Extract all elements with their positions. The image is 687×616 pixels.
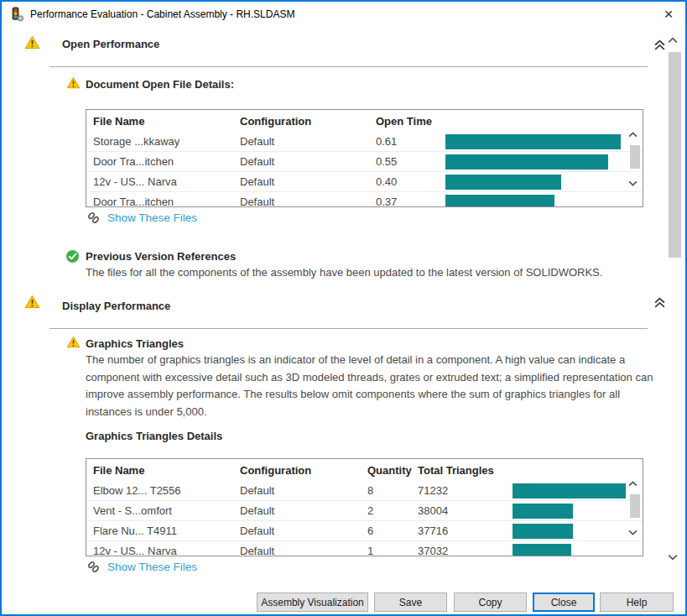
- col-total-triangles: Total Triangles: [418, 464, 494, 477]
- cell-config: Default: [240, 484, 274, 497]
- table-header-row: File Name Configuration Open Time: [86, 110, 643, 132]
- table-scrollbar[interactable]: [628, 481, 642, 541]
- cell-config: Default: [240, 525, 274, 537]
- table-row[interactable]: Door Tra...itchenDefault0.37: [86, 192, 643, 207]
- display-performance-heading: Display Performance: [62, 300, 170, 312]
- cell-file: Elbow 12... T2556: [93, 484, 181, 497]
- value-bar: [513, 524, 573, 539]
- performance-evaluation-icon: [9, 7, 24, 22]
- cell-file: 12v - US... Narva: [93, 175, 177, 188]
- scroll-up-icon[interactable]: [628, 481, 642, 493]
- value-bar: [513, 504, 573, 519]
- open-performance-heading: Open Performance: [62, 38, 159, 50]
- value-bar: [445, 154, 608, 170]
- graphics-triangles-heading: Graphics Triangles: [86, 337, 184, 350]
- link-icon: [87, 561, 100, 573]
- table-header-row: File Name Configuration Quantity Total T…: [86, 459, 643, 481]
- scroll-up-icon[interactable]: [628, 132, 642, 144]
- doc-open-details-heading: Document Open File Details:: [86, 78, 234, 91]
- warning-icon: [24, 35, 40, 50]
- previous-version-heading: Previous Version References: [86, 250, 236, 263]
- table-row[interactable]: Elbow 12... T2556Default871232: [86, 481, 643, 501]
- value-bar: [445, 175, 561, 190]
- graphics-triangles-description: The number of graphics triangles is an i…: [86, 352, 654, 420]
- graphics-triangles-details-heading: Graphics Triangles Details: [86, 430, 222, 442]
- col-quantity: Quantity: [367, 464, 412, 477]
- close-icon[interactable]: ×: [658, 4, 679, 24]
- cell-total: 37716: [418, 525, 448, 537]
- scroll-down-icon[interactable]: [628, 180, 642, 192]
- value-bar: [513, 483, 626, 499]
- value-bar: [513, 544, 571, 556]
- section-divider: [49, 66, 648, 67]
- col-file-name: File Name: [93, 464, 144, 477]
- cell-total: 71232: [418, 484, 448, 497]
- scrollbar-thumb[interactable]: [669, 52, 681, 258]
- collapse-section-icon[interactable]: [653, 39, 666, 51]
- cell-file: 12v - US... Narva: [93, 545, 177, 556]
- cell-config: Default: [240, 504, 274, 517]
- col-open-time: Open Time: [376, 115, 432, 128]
- cell-time: 0.37: [376, 196, 397, 207]
- cell-config: Default: [240, 155, 274, 168]
- triangles-table: File Name Configuration Quantity Total T…: [86, 458, 643, 556]
- value-bar: [445, 134, 621, 149]
- cell-time: 0.40: [376, 175, 397, 188]
- table-row[interactable]: Vent - S...omfortDefault238004: [86, 501, 643, 521]
- value-bar: [445, 195, 554, 207]
- cell-file: Vent - S...omfort: [93, 504, 172, 517]
- col-file-name: File Name: [93, 115, 144, 128]
- open-time-table: File Name Configuration Open Time Storag…: [86, 109, 643, 207]
- scrollbar-thumb[interactable]: [630, 145, 640, 169]
- cell-file: Door Tra...itchen: [93, 196, 174, 207]
- table-row[interactable]: 12v - US... NarvaDefault0.40: [86, 172, 643, 192]
- close-button[interactable]: Close: [533, 593, 595, 612]
- help-button[interactable]: Help: [600, 593, 674, 612]
- success-check-icon: [65, 249, 80, 264]
- collapse-section-icon[interactable]: [653, 296, 666, 309]
- table-scrollbar[interactable]: [628, 132, 642, 192]
- scroll-up-icon[interactable]: [668, 37, 681, 50]
- cell-qty: 6: [367, 525, 373, 537]
- show-these-files-label[interactable]: Show These Files: [107, 561, 197, 573]
- show-these-files-link[interactable]: Show These Files: [87, 561, 197, 573]
- show-these-files-label[interactable]: Show These Files: [107, 211, 197, 224]
- cell-qty: 8: [367, 484, 373, 497]
- title-bar: Performance Evaluation - Cabinet Assembl…: [2, 2, 685, 27]
- table-body: Storage ...kkawayDefault0.61Door Tra...i…: [86, 132, 643, 207]
- col-configuration: Configuration: [240, 115, 311, 128]
- warning-icon: [66, 76, 81, 89]
- cell-time: 0.55: [376, 155, 397, 168]
- table-row[interactable]: Flare Nu... T4911Default637716: [86, 521, 643, 541]
- cell-file: Storage ...kkaway: [93, 135, 180, 148]
- cell-qty: 2: [367, 504, 373, 517]
- cell-config: Default: [240, 196, 274, 207]
- save-button[interactable]: Save: [374, 593, 447, 612]
- cell-time: 0.61: [376, 135, 397, 148]
- cell-file: Door Tra...itchen: [93, 155, 174, 168]
- table-row[interactable]: Door Tra...itchenDefault0.55: [86, 152, 643, 172]
- cell-config: Default: [240, 175, 274, 188]
- link-icon: [87, 211, 100, 224]
- show-these-files-link[interactable]: Show These Files: [87, 211, 197, 224]
- cell-total: 38004: [418, 504, 448, 517]
- table-row[interactable]: Storage ...kkawayDefault0.61: [86, 132, 643, 152]
- previous-version-text: The files for all the components of the …: [86, 264, 664, 282]
- cell-config: Default: [240, 545, 274, 556]
- scrollbar-thumb[interactable]: [630, 494, 640, 518]
- cell-config: Default: [240, 135, 274, 148]
- table-row[interactable]: 12v - US... NarvaDefault137032: [86, 541, 643, 556]
- assembly-visualization-button[interactable]: Assembly Visualization: [257, 593, 368, 612]
- performance-evaluation-dialog: Performance Evaluation - Cabinet Assembl…: [0, 0, 687, 616]
- copy-button[interactable]: Copy: [454, 593, 527, 612]
- section-divider: [49, 328, 648, 329]
- warning-icon: [24, 295, 40, 309]
- col-configuration: Configuration: [240, 464, 311, 477]
- table-body: Elbow 12... T2556Default871232Vent - S..…: [86, 481, 643, 556]
- scroll-down-icon[interactable]: [668, 554, 681, 567]
- warning-icon: [66, 336, 81, 348]
- cell-total: 37032: [418, 545, 448, 556]
- window-title: Performance Evaluation - Cabinet Assembl…: [30, 8, 294, 20]
- scroll-down-icon[interactable]: [628, 530, 642, 541]
- cell-file: Flare Nu... T4911: [93, 525, 177, 537]
